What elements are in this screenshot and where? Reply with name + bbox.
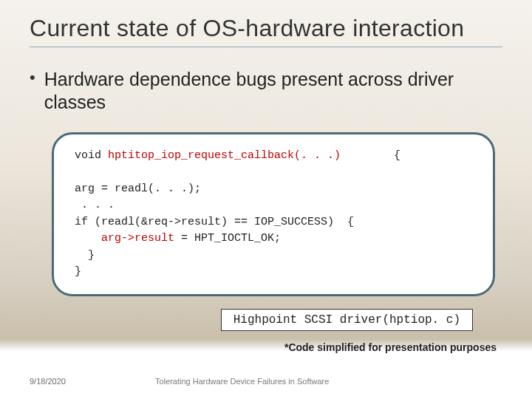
- bullet-marker: •: [30, 68, 35, 87]
- code-line: arg->result = HPT_IOCTL_OK;: [75, 231, 472, 248]
- slide-date: 9/18/2020: [30, 377, 66, 386]
- slide-title: Current state of OS-hardware interaction: [30, 15, 502, 42]
- slide-footer: Tolerating Hardware Device Failures in S…: [155, 377, 329, 386]
- code-fn: hptitop_iop_request_callback(. . .): [108, 149, 341, 162]
- code-line: . . .: [75, 197, 472, 214]
- code-line: }: [75, 248, 472, 265]
- code-brace: {: [341, 149, 400, 162]
- code-kw: void: [75, 149, 108, 162]
- code-blank: [75, 164, 472, 181]
- slide: Current state of OS-hardware interaction…: [0, 0, 532, 399]
- bullet-item: • Hardware dependence bugs present acros…: [30, 68, 502, 115]
- footnote: *Code simplified for presentation purpos…: [284, 341, 497, 353]
- driver-label: Highpoint SCSI driver(hptiop. c): [221, 309, 473, 331]
- code-line: if (readl(&req->result) == IOP_SUCCESS) …: [75, 214, 472, 231]
- code-block: void hptitop_iop_request_callback(. . .)…: [52, 132, 495, 296]
- code-line: void hptitop_iop_request_callback(. . .)…: [75, 148, 472, 165]
- code-assign: = HPT_IOCTL_OK;: [174, 232, 281, 245]
- bullet-text: Hardware dependence bugs present across …: [44, 68, 502, 115]
- code-line: }: [75, 264, 472, 281]
- title-underline: [30, 47, 502, 47]
- code-indent: [75, 232, 101, 245]
- code-ref: arg->result: [101, 232, 174, 245]
- code-line: arg = readl(. . .);: [75, 181, 472, 198]
